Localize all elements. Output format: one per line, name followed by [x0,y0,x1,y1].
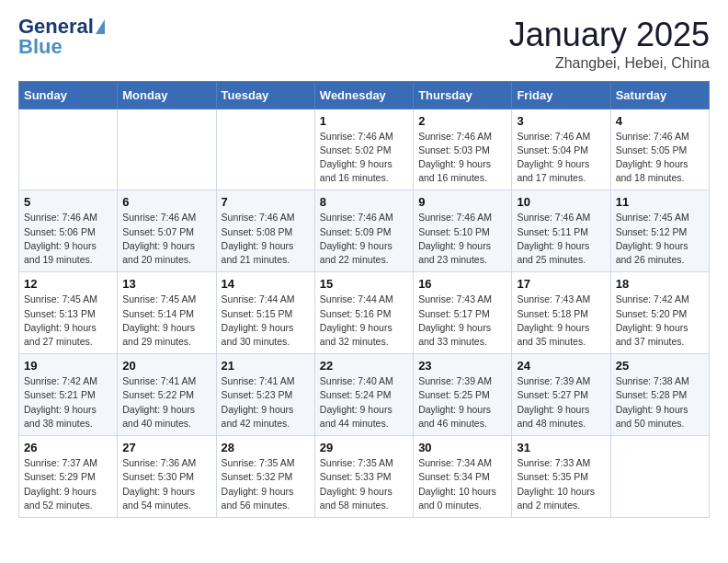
day-info: Sunrise: 7:46 AM Sunset: 5:03 PM Dayligh… [418,130,506,186]
day-cell: 10Sunrise: 7:46 AM Sunset: 5:11 PM Dayli… [512,190,610,272]
day-cell: 2Sunrise: 7:46 AM Sunset: 5:03 PM Daylig… [414,109,512,190]
day-info: Sunrise: 7:46 AM Sunset: 5:11 PM Dayligh… [517,211,605,267]
day-cell [19,109,118,190]
day-cell: 16Sunrise: 7:43 AM Sunset: 5:17 PM Dayli… [414,272,512,354]
day-cell: 5Sunrise: 7:46 AM Sunset: 5:06 PM Daylig… [19,190,118,272]
day-number: 18 [616,277,704,291]
day-cell: 29Sunrise: 7:35 AM Sunset: 5:33 PM Dayli… [314,436,413,518]
week-row-4: 19Sunrise: 7:42 AM Sunset: 5:21 PM Dayli… [19,354,710,436]
col-header-wednesday: Wednesday [314,81,413,109]
calendar-header-row: SundayMondayTuesdayWednesdayThursdayFrid… [19,81,710,109]
day-number: 13 [122,277,210,291]
day-info: Sunrise: 7:46 AM Sunset: 5:10 PM Dayligh… [418,211,506,267]
day-number: 16 [418,277,506,291]
day-cell: 19Sunrise: 7:42 AM Sunset: 5:21 PM Dayli… [19,354,118,436]
col-header-sunday: Sunday [19,81,118,109]
col-header-friday: Friday [512,81,610,109]
day-cell [610,436,709,518]
day-info: Sunrise: 7:46 AM Sunset: 5:02 PM Dayligh… [320,130,408,186]
week-row-1: 1Sunrise: 7:46 AM Sunset: 5:02 PM Daylig… [19,109,710,190]
day-number: 12 [24,277,112,291]
day-cell: 6Sunrise: 7:46 AM Sunset: 5:07 PM Daylig… [118,190,216,272]
day-number: 8 [320,195,408,209]
col-header-tuesday: Tuesday [216,81,314,109]
logo-triangle-icon [96,19,105,34]
day-info: Sunrise: 7:46 AM Sunset: 5:07 PM Dayligh… [122,211,210,267]
day-info: Sunrise: 7:38 AM Sunset: 5:28 PM Dayligh… [616,374,704,431]
logo-general: General [18,17,94,37]
day-number: 1 [320,114,408,128]
day-cell: 25Sunrise: 7:38 AM Sunset: 5:28 PM Dayli… [610,354,709,436]
day-number: 6 [122,195,210,209]
day-info: Sunrise: 7:40 AM Sunset: 5:24 PM Dayligh… [320,374,408,431]
day-number: 10 [517,195,605,209]
day-number: 19 [24,359,112,373]
day-number: 14 [222,277,310,291]
day-cell: 3Sunrise: 7:46 AM Sunset: 5:04 PM Daylig… [512,109,610,190]
day-number: 30 [418,441,506,454]
day-info: Sunrise: 7:34 AM Sunset: 5:34 PM Dayligh… [418,456,506,512]
day-number: 22 [320,359,408,373]
day-cell: 1Sunrise: 7:46 AM Sunset: 5:02 PM Daylig… [314,109,413,190]
month-title: January 2025 [509,17,710,53]
day-cell: 8Sunrise: 7:46 AM Sunset: 5:09 PM Daylig… [314,190,413,272]
day-cell: 7Sunrise: 7:46 AM Sunset: 5:08 PM Daylig… [216,190,314,272]
day-number: 28 [222,441,310,454]
calendar: SundayMondayTuesdayWednesdayThursdayFrid… [18,81,710,518]
day-info: Sunrise: 7:41 AM Sunset: 5:22 PM Dayligh… [122,374,210,431]
col-header-thursday: Thursday [414,81,512,109]
day-cell: 4Sunrise: 7:46 AM Sunset: 5:05 PM Daylig… [610,109,709,190]
day-cell [118,109,216,190]
day-number: 25 [616,359,704,373]
day-number: 9 [418,195,506,209]
day-cell: 12Sunrise: 7:45 AM Sunset: 5:13 PM Dayli… [19,272,118,354]
day-number: 4 [616,114,704,128]
day-info: Sunrise: 7:33 AM Sunset: 5:35 PM Dayligh… [517,456,605,512]
day-cell: 28Sunrise: 7:35 AM Sunset: 5:32 PM Dayli… [216,436,314,518]
day-cell: 22Sunrise: 7:40 AM Sunset: 5:24 PM Dayli… [314,354,413,436]
day-number: 2 [418,114,506,128]
day-cell: 13Sunrise: 7:45 AM Sunset: 5:14 PM Dayli… [118,272,216,354]
day-cell: 15Sunrise: 7:44 AM Sunset: 5:16 PM Dayli… [314,272,413,354]
day-info: Sunrise: 7:42 AM Sunset: 5:21 PM Dayligh… [24,374,112,431]
day-info: Sunrise: 7:41 AM Sunset: 5:23 PM Dayligh… [222,374,310,431]
logo-blue: Blue [18,37,63,57]
day-number: 20 [122,359,210,373]
day-info: Sunrise: 7:43 AM Sunset: 5:18 PM Dayligh… [517,293,605,349]
day-info: Sunrise: 7:39 AM Sunset: 5:27 PM Dayligh… [517,374,605,431]
week-row-5: 26Sunrise: 7:37 AM Sunset: 5:29 PM Dayli… [19,436,710,518]
day-cell: 9Sunrise: 7:46 AM Sunset: 5:10 PM Daylig… [414,190,512,272]
day-info: Sunrise: 7:46 AM Sunset: 5:09 PM Dayligh… [320,211,408,267]
day-cell: 21Sunrise: 7:41 AM Sunset: 5:23 PM Dayli… [216,354,314,436]
col-header-saturday: Saturday [610,81,709,109]
week-row-3: 12Sunrise: 7:45 AM Sunset: 5:13 PM Dayli… [19,272,710,354]
day-info: Sunrise: 7:46 AM Sunset: 5:04 PM Dayligh… [517,130,605,186]
logo: General Blue [18,17,105,57]
week-row-2: 5Sunrise: 7:46 AM Sunset: 5:06 PM Daylig… [19,190,710,272]
day-number: 15 [320,277,408,291]
day-cell: 20Sunrise: 7:41 AM Sunset: 5:22 PM Dayli… [118,354,216,436]
day-info: Sunrise: 7:44 AM Sunset: 5:15 PM Dayligh… [222,293,310,349]
col-header-monday: Monday [118,81,216,109]
day-cell: 11Sunrise: 7:45 AM Sunset: 5:12 PM Dayli… [610,190,709,272]
day-info: Sunrise: 7:44 AM Sunset: 5:16 PM Dayligh… [320,293,408,349]
day-info: Sunrise: 7:39 AM Sunset: 5:25 PM Dayligh… [418,374,506,431]
day-number: 3 [517,114,605,128]
day-info: Sunrise: 7:46 AM Sunset: 5:05 PM Dayligh… [616,130,704,186]
day-number: 31 [517,441,605,454]
day-cell: 26Sunrise: 7:37 AM Sunset: 5:29 PM Dayli… [19,436,118,518]
day-cell: 27Sunrise: 7:36 AM Sunset: 5:30 PM Dayli… [118,436,216,518]
title-block: January 2025 Zhangbei, Hebei, China [509,17,710,72]
day-number: 29 [320,441,408,454]
day-info: Sunrise: 7:43 AM Sunset: 5:17 PM Dayligh… [418,293,506,349]
day-number: 17 [517,277,605,291]
day-number: 24 [517,359,605,373]
day-cell: 17Sunrise: 7:43 AM Sunset: 5:18 PM Dayli… [512,272,610,354]
page: General Blue January 2025 Zhangbei, Hebe… [0,0,728,534]
day-info: Sunrise: 7:45 AM Sunset: 5:13 PM Dayligh… [24,293,112,349]
day-cell: 14Sunrise: 7:44 AM Sunset: 5:15 PM Dayli… [216,272,314,354]
location: Zhangbei, Hebei, China [509,55,710,72]
day-number: 26 [24,441,112,454]
day-number: 21 [222,359,310,373]
day-number: 23 [418,359,506,373]
